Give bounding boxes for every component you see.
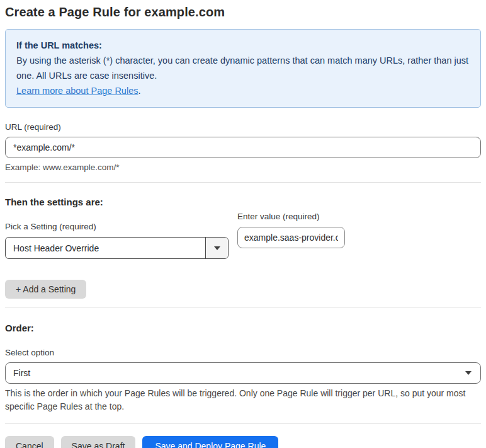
order-select-label: Select option [5, 348, 481, 357]
pick-setting-label: Pick a Setting (required) [5, 222, 229, 231]
learn-more-link[interactable]: Learn more about Page Rules [16, 86, 138, 96]
settings-section-heading: Then the settings are: [5, 197, 481, 207]
info-box-heading: If the URL matches: [16, 38, 470, 53]
pick-setting-selected-value: Host Header Override [6, 238, 205, 258]
pick-setting-dropdown-button[interactable] [205, 238, 228, 258]
info-box-link-line: Learn more about Page Rules. [16, 83, 470, 98]
info-box-body: By using the asterisk (*) character, you… [16, 53, 470, 83]
url-matches-info-box: If the URL matches: By using the asteris… [5, 29, 481, 108]
order-help-text: This is the order in which your Page Rul… [5, 387, 481, 413]
form-actions: Cancel Save as Draft Save and Deploy Pag… [5, 436, 481, 448]
save-and-deploy-button[interactable]: Save and Deploy Page Rule [142, 436, 278, 448]
chevron-down-icon [214, 246, 220, 250]
settings-row: Pick a Setting (required) Host Header Ov… [5, 207, 481, 259]
pick-setting-column: Pick a Setting (required) Host Header Ov… [5, 207, 229, 259]
url-example-helper: Example: www.example.com/* [5, 163, 481, 172]
link-suffix: . [138, 86, 140, 96]
order-select-dropdown[interactable]: First [5, 362, 481, 384]
save-as-draft-button[interactable]: Save as Draft [61, 436, 136, 448]
setting-value-input[interactable] [237, 227, 345, 248]
enter-value-column: Enter value (required) [237, 207, 345, 248]
chevron-down-icon [465, 371, 472, 375]
divider [5, 423, 481, 424]
create-page-rule-form: Create a Page Rule for example.com If th… [0, 0, 486, 448]
url-field-label: URL (required) [5, 122, 481, 132]
order-section-heading: Order: [5, 323, 481, 333]
order-selected-value: First [13, 368, 465, 378]
divider [5, 307, 481, 307]
cancel-button[interactable]: Cancel [5, 436, 54, 448]
divider [5, 182, 481, 183]
pick-setting-dropdown[interactable]: Host Header Override [5, 237, 229, 259]
add-setting-button[interactable]: + Add a Setting [5, 280, 86, 299]
url-input[interactable] [5, 137, 481, 158]
page-title: Create a Page Rule for example.com [5, 5, 481, 20]
enter-value-label: Enter value (required) [237, 212, 345, 221]
